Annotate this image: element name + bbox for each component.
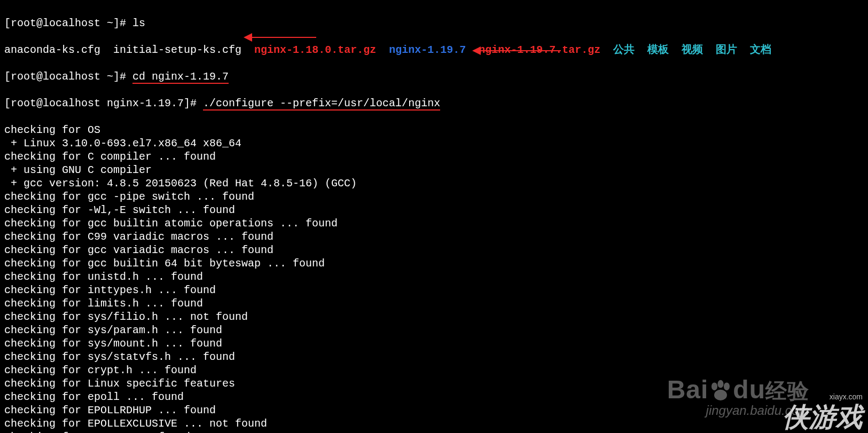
output-line: checking for gcc builtin atomic operatio… [4, 217, 864, 230]
configure-output-block: checking for OS + Linux 3.10.0-693.el7.x… [4, 123, 864, 433]
directory: 模板 [647, 44, 669, 56]
output-line: checking for gcc builtin 64 bit byteswap… [4, 257, 864, 270]
output-line: checking for C99 variadic macros ... fou… [4, 230, 864, 243]
output-line: + using GNU C compiler [4, 163, 864, 177]
directory: nginx-1.19.7 [389, 44, 466, 56]
line-prompt-cd: [root@localhost ~]# cd nginx-1.19.7 [4, 70, 864, 83]
output-line: + Linux 3.10.0-693.el7.x86_64 x86_64 [4, 137, 864, 150]
output-line: checking for O_PATH ... found [4, 430, 864, 433]
output-line: + gcc version: 4.8.5 20150623 (Red Hat 4… [4, 177, 864, 190]
directory: 文档 [750, 44, 771, 56]
output-line: checking for crypt.h ... found [4, 364, 864, 377]
output-line: checking for epoll ... found [4, 390, 864, 404]
cmd-ls: ls [132, 17, 145, 29]
output-line: checking for unistd.h ... found [4, 270, 864, 284]
output-line: checking for sys/param.h ... found [4, 324, 864, 337]
shell-prompt: [root@localhost ~]# [4, 70, 132, 83]
line-prompt-configure: [root@localhost nginx-1.19.7]# ./configu… [4, 97, 864, 110]
output-line: checking for EPOLLEXCLUSIVE ... not foun… [4, 417, 864, 430]
file-plain: initial-setup-ks.cfg [113, 44, 241, 56]
output-line: checking for gcc -pipe switch ... found [4, 190, 864, 203]
output-line: checking for OS [4, 123, 864, 137]
file-plain: anaconda-ks.cfg [4, 44, 100, 56]
cmd-configure: ./configure --prefix=/usr/local/nginx [203, 97, 440, 111]
annotation-arrow-icon [252, 37, 316, 38]
output-line: checking for Linux specific features [4, 377, 864, 390]
directory: 公共 [613, 44, 635, 56]
output-line: checking for sys/mount.h ... found [4, 337, 864, 350]
output-line: checking for gcc variadic macros ... fou… [4, 243, 864, 257]
cmd-cd-text: cd [132, 70, 152, 83]
terminal-output[interactable]: [root@localhost ~]# ls anaconda-ks.cfg i… [0, 0, 868, 433]
output-line: checking for EPOLLRDHUP ... found [4, 404, 864, 417]
output-line: checking for sys/statvfs.h ... found [4, 350, 864, 364]
output-line: checking for inttypes.h ... found [4, 284, 864, 297]
line-prompt-ls: [root@localhost ~]# ls [4, 17, 864, 30]
directory: 图片 [716, 44, 737, 56]
output-line: checking for -Wl,-E switch ... found [4, 203, 864, 217]
shell-prompt: [root@localhost ~]# [4, 17, 132, 29]
directory: 视频 [682, 44, 703, 56]
output-line: checking for C compiler ... found [4, 150, 864, 163]
cmd-cd-arg: nginx-1.19.7 [152, 70, 229, 83]
line-ls-output: anaconda-ks.cfg initial-setup-ks.cfg ngi… [4, 43, 864, 57]
output-line: checking for limits.h ... found [4, 297, 864, 310]
annotation-arrow-icon [481, 50, 561, 51]
output-line: checking for sys/filio.h ... not found [4, 310, 864, 324]
shell-prompt: [root@localhost nginx-1.19.7]# [4, 97, 203, 109]
file-archive: nginx-1.18.0.tar.gz [254, 44, 376, 56]
